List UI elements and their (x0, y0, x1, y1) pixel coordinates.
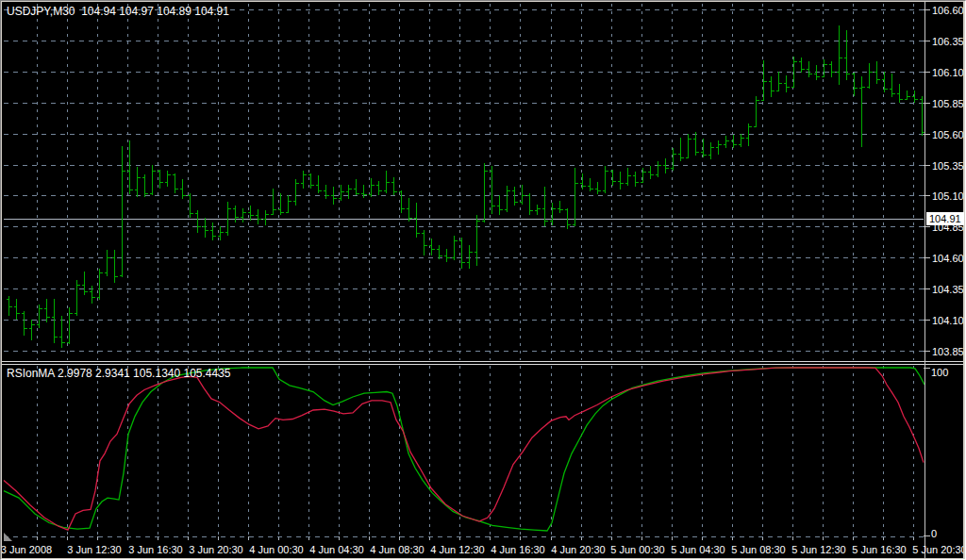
window-frame (0, 0, 966, 560)
chart-window: 106.60106.35106.10105.85105.60105.35105.… (0, 0, 966, 560)
